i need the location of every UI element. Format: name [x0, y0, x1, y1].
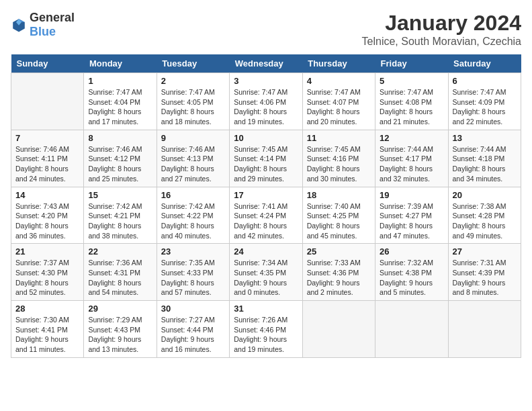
day-number: 8	[88, 133, 152, 143]
day-info: Sunrise: 7:35 AM Sunset: 4:33 PM Dayligh…	[161, 258, 225, 298]
day-info: Sunrise: 7:40 AM Sunset: 4:25 PM Dayligh…	[307, 201, 371, 241]
calendar-cell	[302, 301, 375, 358]
calendar-cell: 26 Sunrise: 7:32 AM Sunset: 4:38 PM Dayl…	[375, 244, 448, 301]
day-info: Sunrise: 7:42 AM Sunset: 4:22 PM Dayligh…	[161, 201, 225, 241]
day-number: 7	[15, 133, 79, 143]
calendar-cell: 16 Sunrise: 7:42 AM Sunset: 4:22 PM Dayl…	[157, 187, 229, 244]
weekday-header: Saturday	[448, 54, 521, 73]
day-number: 14	[15, 190, 79, 200]
calendar-week-row: 1 Sunrise: 7:47 AM Sunset: 4:04 PM Dayli…	[11, 73, 521, 130]
calendar-cell: 1 Sunrise: 7:47 AM Sunset: 4:04 PM Dayli…	[84, 73, 157, 130]
day-number: 28	[15, 304, 79, 314]
calendar-cell: 22 Sunrise: 7:36 AM Sunset: 4:31 PM Dayl…	[84, 244, 157, 301]
day-number: 12	[380, 133, 443, 143]
day-info: Sunrise: 7:32 AM Sunset: 4:38 PM Dayligh…	[380, 258, 443, 298]
calendar-cell: 17 Sunrise: 7:41 AM Sunset: 4:24 PM Dayl…	[230, 187, 302, 244]
calendar-cell: 12 Sunrise: 7:44 AM Sunset: 4:17 PM Dayl…	[375, 130, 448, 187]
calendar-cell: 7 Sunrise: 7:46 AM Sunset: 4:11 PM Dayli…	[11, 130, 84, 187]
calendar-cell: 3 Sunrise: 7:47 AM Sunset: 4:06 PM Dayli…	[230, 73, 302, 130]
day-number: 30	[161, 304, 225, 314]
day-info: Sunrise: 7:45 AM Sunset: 4:14 PM Dayligh…	[234, 144, 298, 184]
calendar-cell: 23 Sunrise: 7:35 AM Sunset: 4:33 PM Dayl…	[157, 244, 229, 301]
logo: General Blue	[11, 11, 75, 39]
calendar-cell: 6 Sunrise: 7:47 AM Sunset: 4:09 PM Dayli…	[448, 73, 521, 130]
title-area: January 2024 Telnice, South Moravian, Cz…	[362, 11, 521, 48]
day-info: Sunrise: 7:29 AM Sunset: 4:43 PM Dayligh…	[88, 315, 152, 355]
day-number: 2	[161, 76, 225, 86]
day-number: 29	[88, 304, 152, 314]
day-info: Sunrise: 7:34 AM Sunset: 4:35 PM Dayligh…	[234, 258, 298, 298]
day-info: Sunrise: 7:42 AM Sunset: 4:21 PM Dayligh…	[88, 201, 152, 241]
calendar-cell: 31 Sunrise: 7:26 AM Sunset: 4:46 PM Dayl…	[230, 301, 302, 358]
day-info: Sunrise: 7:44 AM Sunset: 4:18 PM Dayligh…	[453, 144, 517, 184]
day-info: Sunrise: 7:31 AM Sunset: 4:39 PM Dayligh…	[453, 258, 517, 298]
logo-general: General	[30, 11, 75, 24]
weekday-header: Thursday	[302, 54, 375, 73]
day-info: Sunrise: 7:47 AM Sunset: 4:05 PM Dayligh…	[161, 87, 225, 127]
day-info: Sunrise: 7:46 AM Sunset: 4:13 PM Dayligh…	[161, 144, 225, 184]
weekday-header: Tuesday	[157, 54, 229, 73]
calendar-cell	[11, 73, 84, 130]
calendar-cell	[448, 301, 521, 358]
day-info: Sunrise: 7:46 AM Sunset: 4:11 PM Dayligh…	[15, 144, 79, 184]
weekday-header: Monday	[84, 54, 157, 73]
day-number: 13	[453, 133, 517, 143]
day-number: 19	[380, 190, 443, 200]
calendar-cell: 14 Sunrise: 7:43 AM Sunset: 4:20 PM Dayl…	[11, 187, 84, 244]
day-number: 5	[380, 76, 443, 86]
calendar-cell: 10 Sunrise: 7:45 AM Sunset: 4:14 PM Dayl…	[230, 130, 302, 187]
calendar-cell: 15 Sunrise: 7:42 AM Sunset: 4:21 PM Dayl…	[84, 187, 157, 244]
day-info: Sunrise: 7:47 AM Sunset: 4:04 PM Dayligh…	[88, 87, 152, 127]
logo-icon	[11, 17, 27, 33]
weekday-header: Friday	[375, 54, 448, 73]
day-number: 25	[307, 246, 371, 257]
calendar-table: SundayMondayTuesdayWednesdayThursdayFrid…	[11, 54, 521, 358]
calendar-cell: 9 Sunrise: 7:46 AM Sunset: 4:13 PM Dayli…	[157, 130, 229, 187]
day-info: Sunrise: 7:47 AM Sunset: 4:07 PM Dayligh…	[307, 87, 371, 127]
day-number: 31	[234, 304, 298, 314]
day-info: Sunrise: 7:33 AM Sunset: 4:36 PM Dayligh…	[307, 258, 371, 298]
day-info: Sunrise: 7:39 AM Sunset: 4:27 PM Dayligh…	[380, 201, 443, 241]
day-info: Sunrise: 7:44 AM Sunset: 4:17 PM Dayligh…	[380, 144, 443, 184]
day-number: 26	[380, 246, 443, 257]
day-info: Sunrise: 7:37 AM Sunset: 4:30 PM Dayligh…	[15, 258, 79, 298]
day-number: 6	[453, 76, 517, 86]
calendar-cell: 19 Sunrise: 7:39 AM Sunset: 4:27 PM Dayl…	[375, 187, 448, 244]
calendar-cell: 18 Sunrise: 7:40 AM Sunset: 4:25 PM Dayl…	[302, 187, 375, 244]
day-info: Sunrise: 7:45 AM Sunset: 4:16 PM Dayligh…	[307, 144, 371, 184]
day-number: 24	[234, 246, 298, 257]
weekday-header-row: SundayMondayTuesdayWednesdayThursdayFrid…	[11, 54, 521, 73]
day-number: 21	[15, 246, 79, 257]
day-number: 17	[234, 190, 298, 200]
day-number: 11	[307, 133, 371, 143]
day-info: Sunrise: 7:36 AM Sunset: 4:31 PM Dayligh…	[88, 258, 152, 298]
calendar-cell: 11 Sunrise: 7:45 AM Sunset: 4:16 PM Dayl…	[302, 130, 375, 187]
day-number: 27	[453, 246, 517, 257]
day-info: Sunrise: 7:47 AM Sunset: 4:09 PM Dayligh…	[453, 87, 517, 127]
weekday-header: Wednesday	[230, 54, 302, 73]
day-info: Sunrise: 7:47 AM Sunset: 4:06 PM Dayligh…	[234, 87, 298, 127]
day-number: 22	[88, 246, 152, 257]
calendar-week-row: 7 Sunrise: 7:46 AM Sunset: 4:11 PM Dayli…	[11, 130, 521, 187]
day-info: Sunrise: 7:38 AM Sunset: 4:28 PM Dayligh…	[453, 201, 517, 241]
day-info: Sunrise: 7:46 AM Sunset: 4:12 PM Dayligh…	[88, 144, 152, 184]
month-title: January 2024	[362, 11, 521, 36]
logo-blue: Blue	[30, 25, 56, 38]
calendar-cell: 5 Sunrise: 7:47 AM Sunset: 4:08 PM Dayli…	[375, 73, 448, 130]
calendar-cell: 24 Sunrise: 7:34 AM Sunset: 4:35 PM Dayl…	[230, 244, 302, 301]
day-number: 1	[88, 76, 152, 86]
calendar-week-row: 28 Sunrise: 7:30 AM Sunset: 4:41 PM Dayl…	[11, 301, 521, 358]
logo-text: General Blue	[30, 11, 75, 39]
calendar-cell: 21 Sunrise: 7:37 AM Sunset: 4:30 PM Dayl…	[11, 244, 84, 301]
calendar-cell: 30 Sunrise: 7:27 AM Sunset: 4:44 PM Dayl…	[157, 301, 229, 358]
weekday-header: Sunday	[11, 54, 84, 73]
day-number: 3	[234, 76, 298, 86]
day-info: Sunrise: 7:41 AM Sunset: 4:24 PM Dayligh…	[234, 201, 298, 241]
day-number: 10	[234, 133, 298, 143]
calendar-cell: 25 Sunrise: 7:33 AM Sunset: 4:36 PM Dayl…	[302, 244, 375, 301]
day-info: Sunrise: 7:43 AM Sunset: 4:20 PM Dayligh…	[15, 201, 79, 241]
day-info: Sunrise: 7:27 AM Sunset: 4:44 PM Dayligh…	[161, 315, 225, 355]
location-title: Telnice, South Moravian, Czechia	[362, 36, 521, 48]
day-info: Sunrise: 7:47 AM Sunset: 4:08 PM Dayligh…	[380, 87, 443, 127]
day-number: 4	[307, 76, 371, 86]
